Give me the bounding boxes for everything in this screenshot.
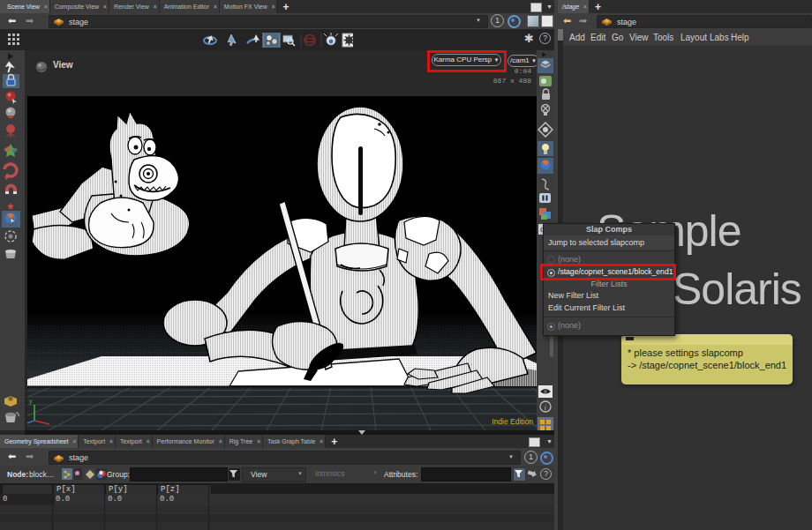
svg-text:y: y xyxy=(29,398,33,405)
svg-text:Indie Edition: Indie Edition xyxy=(492,417,533,426)
svg-text:i: i xyxy=(545,403,547,412)
